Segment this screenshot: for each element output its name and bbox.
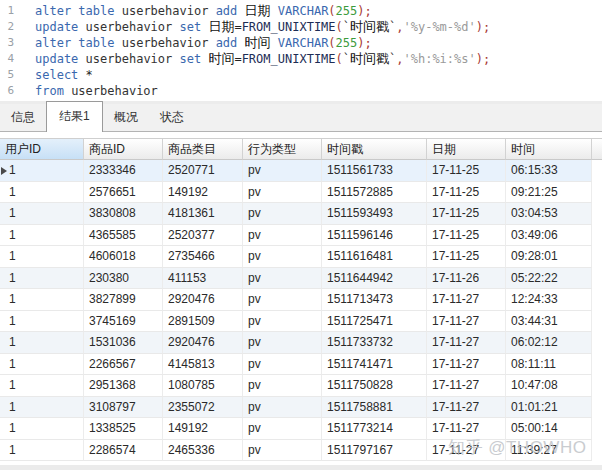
table-cell[interactable]: 1511725471 (322, 311, 427, 333)
table-row[interactable]: 143655852520377pv151159614617-11-2503:49… (0, 225, 602, 247)
table-cell[interactable]: 1511758881 (322, 397, 427, 419)
table-cell[interactable]: 3108797 (84, 397, 163, 419)
code-line[interactable]: 6from userbehavior (0, 83, 602, 99)
table-cell[interactable]: 17-11-26 (427, 268, 506, 290)
table-cell[interactable]: 1 (0, 182, 84, 204)
table-cell[interactable]: 2920476 (163, 289, 243, 311)
result-grid-body[interactable]: 123333462520771pv151156173317-11-2506:15… (0, 160, 602, 461)
table-cell[interactable]: 08:11:11 (506, 354, 592, 376)
table-cell[interactable]: 17-11-27 (427, 418, 506, 440)
table-cell[interactable]: pv (243, 160, 322, 182)
table-cell[interactable]: 1511596146 (322, 225, 427, 247)
table-cell[interactable]: 12:24:33 (506, 289, 592, 311)
table-cell[interactable]: 4145813 (163, 354, 243, 376)
table-cell[interactable]: 1 (0, 440, 84, 462)
table-cell[interactable]: 17-11-27 (427, 354, 506, 376)
code-line[interactable]: 3alter table userbehavior add 时间 VARCHAR… (0, 35, 602, 51)
table-cell[interactable]: 11:39:27 (506, 440, 592, 462)
table-cell[interactable]: 3745169 (84, 311, 163, 333)
table-cell[interactable]: 1 (0, 311, 84, 333)
table-cell[interactable]: 1 (0, 418, 84, 440)
table-cell[interactable]: 05:00:14 (506, 418, 592, 440)
column-header[interactable]: 时间 (506, 139, 592, 160)
table-cell[interactable]: 17-11-27 (427, 375, 506, 397)
table-cell[interactable]: pv (243, 311, 322, 333)
tab-item[interactable]: 状态 (149, 105, 195, 131)
table-cell[interactable]: 05:22:22 (506, 268, 592, 290)
table-cell[interactable]: pv (243, 332, 322, 354)
table-cell[interactable]: pv (243, 418, 322, 440)
table-cell[interactable]: pv (243, 440, 322, 462)
table-cell[interactable]: 1511750828 (322, 375, 427, 397)
table-cell[interactable]: pv (243, 268, 322, 290)
table-cell[interactable]: 230380 (84, 268, 163, 290)
column-header[interactable]: 日期 (427, 139, 506, 160)
table-cell[interactable]: 2333346 (84, 160, 163, 182)
table-cell[interactable]: 2576651 (84, 182, 163, 204)
table-cell[interactable]: 01:01:21 (506, 397, 592, 419)
table-cell[interactable]: 411153 (163, 268, 243, 290)
table-cell[interactable]: pv (243, 354, 322, 376)
table-cell[interactable]: 2951368 (84, 375, 163, 397)
table-cell[interactable]: 17-11-25 (427, 160, 506, 182)
table-cell[interactable]: 17-11-25 (427, 246, 506, 268)
column-header[interactable]: 商品类目 (163, 139, 243, 160)
table-cell[interactable]: 1 (0, 332, 84, 354)
table-row[interactable]: 146060182735466pv151161648117-11-2509:28… (0, 246, 602, 268)
table-cell[interactable]: 3827899 (84, 289, 163, 311)
table-cell[interactable]: 149192 (163, 182, 243, 204)
column-header[interactable]: 行为类型 (243, 139, 322, 160)
table-cell[interactable]: 1511741471 (322, 354, 427, 376)
table-row[interactable]: 131087972355072pv151175888117-11-2701:01… (0, 397, 602, 419)
table-row[interactable]: 138278992920476pv151171347317-11-2712:24… (0, 289, 602, 311)
tab-item[interactable]: 信息 (0, 105, 46, 131)
table-cell[interactable]: 1511561733 (322, 160, 427, 182)
column-header[interactable]: 用户ID (0, 139, 84, 160)
table-cell[interactable]: 2520771 (163, 160, 243, 182)
table-cell[interactable]: 17-11-27 (427, 311, 506, 333)
table-cell[interactable]: 17-11-25 (427, 182, 506, 204)
table-cell[interactable]: 1 (0, 160, 84, 182)
table-cell[interactable]: 17-11-27 (427, 397, 506, 419)
table-row[interactable]: 123333462520771pv151156173317-11-2506:15… (0, 160, 602, 182)
table-cell[interactable]: 03:04:53 (506, 203, 592, 225)
table-cell[interactable]: 1511797167 (322, 440, 427, 462)
tab-item[interactable]: 概况 (103, 105, 149, 131)
table-cell[interactable]: 03:49:06 (506, 225, 592, 247)
table-cell[interactable]: 1511593493 (322, 203, 427, 225)
table-cell[interactable]: 17-11-27 (427, 332, 506, 354)
table-cell[interactable]: 09:21:25 (506, 182, 592, 204)
table-row[interactable]: 1230380411153pv151164494217-11-2605:22:2… (0, 268, 602, 290)
table-row[interactable]: 122865742465336pv151179716717-11-2711:39… (0, 440, 602, 462)
table-cell[interactable]: pv (243, 203, 322, 225)
table-cell[interactable]: 1511733732 (322, 332, 427, 354)
table-cell[interactable]: 4365585 (84, 225, 163, 247)
table-cell[interactable]: 2465336 (163, 440, 243, 462)
table-cell[interactable]: 17-11-27 (427, 440, 506, 462)
table-cell[interactable]: pv (243, 375, 322, 397)
table-cell[interactable]: pv (243, 182, 322, 204)
table-row[interactable]: 138308084181361pv151159349317-11-2503:04… (0, 203, 602, 225)
table-row[interactable]: 12576651149192pv151157288517-11-2509:21:… (0, 182, 602, 204)
table-cell[interactable]: 2920476 (163, 332, 243, 354)
table-cell[interactable]: 10:47:08 (506, 375, 592, 397)
table-cell[interactable]: 4181361 (163, 203, 243, 225)
table-cell[interactable]: 06:15:33 (506, 160, 592, 182)
tab-active-result[interactable]: 结果1 (46, 101, 103, 132)
table-cell[interactable]: 17-11-25 (427, 203, 506, 225)
table-cell[interactable]: 2891509 (163, 311, 243, 333)
table-cell[interactable]: 1 (0, 246, 84, 268)
table-row[interactable]: 129513681080785pv151175082817-11-2710:47… (0, 375, 602, 397)
table-cell[interactable]: 2266567 (84, 354, 163, 376)
table-row[interactable]: 115310362920476pv151173373217-11-2706:02… (0, 332, 602, 354)
table-cell[interactable]: 2355072 (163, 397, 243, 419)
code-line[interactable]: 1alter table userbehavior add 日期 VARCHAR… (0, 3, 602, 19)
table-cell[interactable]: 1511644942 (322, 268, 427, 290)
table-cell[interactable]: pv (243, 289, 322, 311)
table-cell[interactable]: 1 (0, 203, 84, 225)
table-cell[interactable]: 1531036 (84, 332, 163, 354)
table-cell[interactable]: 1511713473 (322, 289, 427, 311)
sql-editor[interactable]: 1alter table userbehavior add 日期 VARCHAR… (0, 0, 602, 101)
table-cell[interactable]: 1 (0, 397, 84, 419)
table-cell[interactable]: pv (243, 397, 322, 419)
